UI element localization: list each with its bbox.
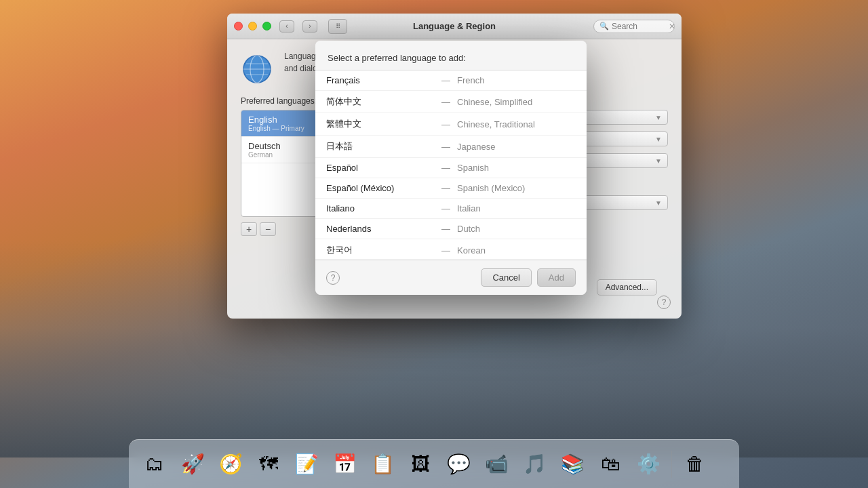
back-button[interactable]: ‹	[279, 20, 294, 33]
dock-icon-systemprefs[interactable]: ⚙️	[631, 447, 666, 482]
minimize-button[interactable]	[248, 22, 257, 30]
dialog-header: Select a preferred language to add:	[315, 41, 587, 70]
lang-native-name: Nederlands	[326, 224, 435, 234]
lang-dash: —	[441, 97, 450, 107]
maximize-button[interactable]	[262, 22, 271, 30]
grid-button[interactable]: ⠿	[328, 19, 347, 34]
add-button[interactable]: Add	[537, 268, 576, 287]
lang-dash: —	[441, 203, 450, 214]
lang-list-item[interactable]: 한국어—Korean	[315, 239, 587, 260]
lang-list-item[interactable]: Italiano—Italian	[315, 199, 587, 219]
lang-native-name: Français	[326, 75, 435, 85]
lang-english-name: Spanish	[457, 163, 489, 173]
search-input[interactable]	[612, 22, 666, 31]
close-button[interactable]	[234, 22, 243, 30]
lang-english-name: Chinese, Traditional	[457, 119, 535, 129]
lang-sub-english: English — Primary	[248, 125, 325, 132]
lang-name-deutsch: Deutsch	[248, 141, 325, 151]
lang-english-name: Dutch	[457, 224, 480, 234]
lang-dash: —	[441, 119, 450, 129]
lang-native-name: Español	[326, 163, 435, 173]
dock: 🗂🚀🧭🗺📝📅📋🖼💬📹🎵📚🛍⚙️🗑	[129, 439, 739, 488]
lang-native-name: Italiano	[326, 203, 435, 214]
lang-dash: —	[441, 245, 450, 256]
lang-list-item[interactable]: Français—French	[315, 70, 587, 91]
search-icon: 🔍	[599, 22, 609, 30]
language-list-container[interactable]: Français—French简体中文—Chinese, Simplified繁…	[315, 70, 587, 260]
lang-list-item[interactable]: 繁體中文—Chinese, Traditional	[315, 113, 587, 136]
search-clear-icon[interactable]: ✕	[669, 22, 675, 31]
lang-native-name: 繁體中文	[326, 118, 435, 130]
footer-actions: Cancel Add	[481, 268, 576, 287]
lang-list-item[interactable]: Nederlands—Dutch	[315, 219, 587, 239]
lang-list-item[interactable]: Español (México)—Spanish (Mexico)	[315, 178, 587, 199]
titlebar: ‹ › ⠿ Language & Region 🔍 ✕	[227, 14, 682, 39]
add-lang-button[interactable]: +	[241, 222, 257, 236]
lang-english-name: French	[457, 75, 484, 85]
dock-icon-reminders[interactable]: 📋	[365, 447, 400, 482]
help-button[interactable]: ?	[657, 296, 671, 309]
language-picker-dialog: Select a preferred language to add: Fran…	[315, 41, 587, 295]
desktop: ‹ › ⠿ Language & Region 🔍 ✕ Language & R…	[0, 0, 868, 488]
lang-dash: —	[441, 75, 450, 85]
lang-list-item[interactable]: 日本語—Japanese	[315, 136, 587, 158]
dock-icon-notes[interactable]: 📝	[289, 447, 324, 482]
lang-dash: —	[441, 163, 450, 173]
dock-icon-safari[interactable]: 🧭	[213, 447, 248, 482]
lang-native-name: Español (México)	[326, 183, 435, 193]
dialog-footer: ? Cancel Add	[315, 260, 587, 295]
dock-icon-trash[interactable]: 🗑	[677, 447, 713, 482]
dock-icon-messages[interactable]: 💬	[441, 447, 476, 482]
globe-icon	[241, 53, 273, 85]
dock-icon-appstore[interactable]: 🛍	[593, 447, 628, 482]
dock-separator	[671, 451, 672, 478]
remove-lang-button[interactable]: −	[260, 222, 276, 236]
search-box[interactable]: 🔍 ✕	[593, 20, 675, 33]
lang-english-name: Spanish (Mexico)	[457, 183, 525, 193]
lang-english-name: Korean	[457, 245, 486, 256]
dialog-title: Select a preferred language to add:	[328, 53, 574, 63]
lang-dash: —	[441, 183, 450, 193]
dock-icon-facetime[interactable]: 📹	[479, 447, 514, 482]
dock-icon-maps[interactable]: 🗺	[251, 447, 286, 482]
dock-icon-itunes[interactable]: 🎵	[517, 447, 552, 482]
dock-icon-launchpad[interactable]: 🚀	[175, 447, 210, 482]
lang-native-name: 简体中文	[326, 96, 435, 108]
lang-sub-deutsch: German	[248, 151, 325, 159]
dock-icon-books[interactable]: 📚	[555, 447, 590, 482]
lang-list-item[interactable]: 简体中文—Chinese, Simplified	[315, 91, 587, 113]
dock-icon-photos[interactable]: 🖼	[403, 447, 438, 482]
dock-icon-finder[interactable]: 🗂	[137, 447, 172, 482]
lang-native-name: 日本語	[326, 140, 435, 152]
advanced-button[interactable]: Advanced...	[597, 279, 657, 296]
lang-list-item[interactable]: Español—Spanish	[315, 158, 587, 178]
dock-icon-calendar[interactable]: 📅	[327, 447, 362, 482]
window-title: Language & Region	[413, 21, 496, 31]
lang-native-name: 한국어	[326, 244, 435, 256]
lang-dash: —	[441, 224, 450, 234]
lang-english-name: Chinese, Simplified	[457, 97, 532, 107]
lang-english-name: Japanese	[457, 142, 495, 152]
lang-dash: —	[441, 142, 450, 152]
lang-name-english: English	[248, 115, 325, 125]
dialog-help-button[interactable]: ?	[326, 271, 340, 285]
forward-button[interactable]: ›	[302, 20, 317, 33]
cancel-button[interactable]: Cancel	[481, 268, 531, 287]
lang-english-name: Italian	[457, 203, 481, 214]
